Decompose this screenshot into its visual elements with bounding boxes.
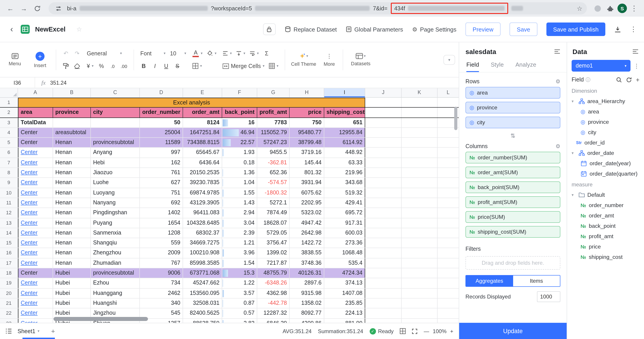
cell-order-amt[interactable]: 68302.37 — [183, 228, 222, 238]
cell-profit-amt[interactable]: 3756.47 — [257, 238, 290, 248]
zoom-out-button[interactable]: — — [424, 328, 429, 334]
cell-empty[interactable] — [402, 258, 438, 268]
tree-node-measure[interactable]: № shipping_cost — [572, 252, 640, 262]
column-header-H[interactable]: H — [290, 88, 324, 97]
redo-button[interactable]: ↷ — [72, 48, 82, 59]
tree-node-measure[interactable]: № order_number — [572, 200, 640, 210]
cell-back-point[interactable]: 1.55 — [222, 188, 257, 198]
grid-view-icon[interactable] — [400, 328, 406, 334]
cell-empty[interactable] — [402, 298, 438, 308]
cell-empty[interactable] — [402, 248, 438, 258]
cell-city[interactable]: Puyang — [91, 218, 140, 228]
cell-empty[interactable] — [438, 208, 459, 218]
cell-order-amt[interactable]: 39230.7835 — [183, 178, 222, 188]
formula-value[interactable]: 351.24 — [50, 80, 66, 86]
cell-province[interactable]: Henan — [53, 208, 91, 218]
cell-price[interactable]: 9315.98 — [290, 288, 324, 298]
cell-empty[interactable] — [365, 168, 402, 178]
cell-empty[interactable] — [402, 138, 438, 147]
cell-province[interactable]: Henan — [53, 238, 91, 248]
area-link[interactable]: Center — [21, 300, 38, 306]
column-header-J[interactable]: J — [365, 88, 402, 97]
tab-analyze[interactable]: Analyze — [516, 57, 536, 72]
cell-price[interactable]: 4947.42 — [290, 218, 324, 228]
area-link[interactable]: TotalData — [21, 119, 46, 125]
cell-header-price[interactable]: price — [290, 108, 324, 118]
cell-order-amt[interactable]: 8124 — [183, 118, 222, 127]
favorite-star-icon[interactable]: ☆ — [76, 26, 82, 33]
bookmark-star-icon[interactable]: ☆ — [577, 5, 582, 12]
tree-node-dimension[interactable]: ◎ area — [572, 106, 640, 117]
cell-empty[interactable] — [365, 98, 402, 107]
page-settings-button[interactable]: ⚙ Page Settings — [412, 26, 456, 33]
area-link[interactable]: Center — [21, 230, 38, 236]
cell-empty[interactable] — [402, 208, 438, 218]
tree-node-measure[interactable]: № order_amt — [572, 210, 640, 221]
cell-empty[interactable] — [438, 258, 459, 268]
column-field-pill[interactable]: № shipping_cost(SUM) — [466, 226, 560, 238]
cell-order-number[interactable]: 11589 — [140, 138, 183, 147]
cell-empty[interactable] — [365, 108, 402, 118]
cell-shipping-cost[interactable]: 374.13 — [324, 278, 365, 288]
cell-empty[interactable] — [438, 278, 459, 288]
column-field-pill[interactable]: № price(SUM) — [466, 211, 560, 223]
cell-shipping-cost[interactable]: 429.41 — [324, 198, 365, 208]
row-header[interactable]: 15 — [0, 238, 18, 248]
cell-price[interactable]: 3748.36 — [290, 258, 324, 268]
cell-back-point[interactable]: 1.21 — [222, 238, 257, 248]
row-header[interactable]: 6 — [0, 148, 18, 158]
cell-price[interactable]: 6075.62 — [290, 188, 324, 198]
borders-button[interactable]: ▾ — [191, 61, 204, 71]
address-bar[interactable]: bi-a ?workspaceId=5 7&id= 434f ☆ — [48, 2, 587, 15]
row-field-pill[interactable]: ◎ province — [466, 102, 560, 113]
cell-shipping-cost[interactable]: 219.96 — [324, 168, 365, 178]
header-more-kebab-icon[interactable]: ⋮ — [630, 25, 637, 33]
search-icon[interactable] — [616, 77, 622, 83]
cell-back-point[interactable]: 46.94 — [222, 128, 257, 138]
cell-back-point[interactable]: 2.83 — [222, 318, 257, 323]
cell-area[interactable]: Center — [18, 278, 53, 288]
format-painter-button[interactable] — [61, 61, 71, 71]
fill-color-button[interactable]: ▾ — [205, 48, 218, 59]
row-header[interactable]: 21 — [0, 298, 18, 308]
cell-price[interactable]: 40126.31 — [290, 268, 324, 278]
cell-empty[interactable] — [402, 158, 438, 168]
cell-area[interactable]: Center — [18, 158, 53, 168]
cell-empty[interactable] — [438, 238, 459, 248]
cell-shipping-cost[interactable]: 235.85 — [324, 298, 365, 308]
cell-area[interactable]: Center — [18, 138, 53, 147]
browser-forward-button[interactable]: → — [18, 3, 30, 14]
cell-city[interactable] — [91, 128, 140, 138]
cell-profit-amt[interactable]: -574.57 — [257, 178, 290, 188]
cell-back-point[interactable]: 3.96 — [222, 248, 257, 258]
cell-order-amt[interactable]: 82400.5625 — [183, 308, 222, 318]
insert-button[interactable]: + Insert — [29, 52, 51, 68]
menu-button[interactable]: Menu — [4, 53, 26, 66]
cell-area[interactable]: Center — [18, 208, 53, 218]
cell-style-grid-button[interactable]: ▾ — [267, 61, 280, 71]
browser-profile-avatar[interactable]: S — [618, 4, 627, 13]
area-link[interactable]: Center — [21, 159, 38, 166]
cell-empty[interactable] — [438, 188, 459, 198]
cell-profit-amt[interactable]: 4362.98 — [257, 288, 290, 298]
extension-circle-icon[interactable] — [592, 5, 603, 12]
row-header[interactable]: 23 — [0, 318, 18, 323]
cell-empty[interactable] — [365, 158, 402, 168]
cell-city[interactable]: Shangqiu — [91, 238, 140, 248]
area-link[interactable]: Center — [21, 270, 38, 276]
undo-button[interactable]: ↶ — [61, 48, 71, 59]
area-link[interactable]: Center — [21, 189, 38, 196]
area-link[interactable]: Center — [21, 290, 38, 296]
cell-order-amt[interactable]: 153560.095 — [183, 288, 222, 298]
cell-price[interactable]: 8092.77 — [290, 308, 324, 318]
cell-empty[interactable] — [402, 198, 438, 208]
cell-empty[interactable] — [365, 148, 402, 158]
cell-price[interactable]: 145.44 — [290, 158, 324, 168]
cell-area[interactable]: Center — [18, 308, 53, 318]
cell-empty[interactable] — [402, 98, 438, 107]
cell-theme-button[interactable]: ▾ Cell Theme — [290, 53, 318, 66]
area-link[interactable]: Center — [21, 260, 38, 266]
cell-price[interactable]: 801.32 — [290, 168, 324, 178]
cell-order-amt[interactable]: 6436.64 — [183, 158, 222, 168]
cell-shipping-cost[interactable]: 343.68 — [324, 178, 365, 188]
